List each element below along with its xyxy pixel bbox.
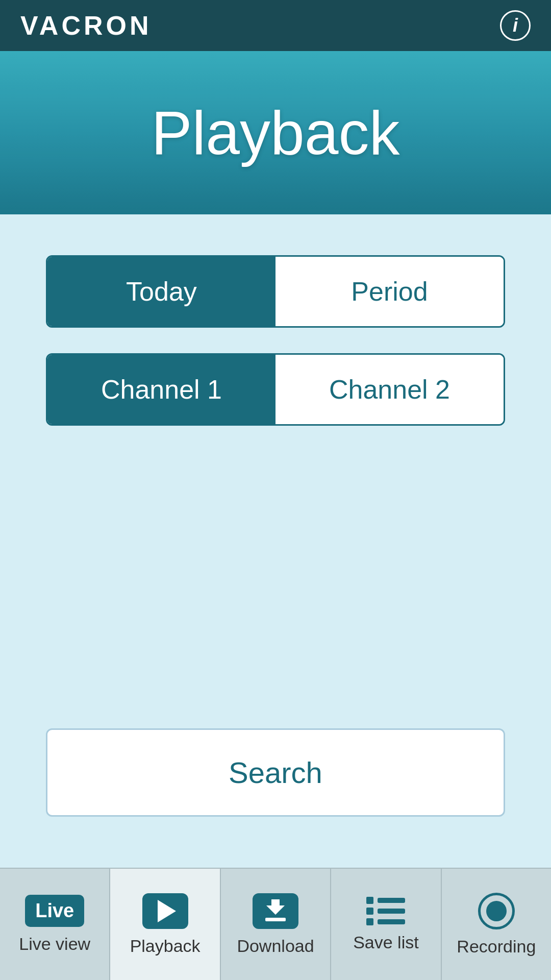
play-icon [142, 893, 188, 929]
search-button[interactable]: Search [46, 728, 505, 817]
channel2-button[interactable]: Channel 2 [276, 355, 504, 424]
time-toggle-group: Today Period [46, 255, 505, 328]
nav-item-live[interactable]: Live Live view [0, 869, 110, 980]
svg-rect-0 [265, 918, 286, 921]
bottom-nav: Live Live view Playback Download [0, 868, 551, 980]
channel-toggle-group: Channel 1 Channel 2 [46, 353, 505, 426]
header-banner: Playback [0, 51, 551, 214]
nav-label-savelist: Save list [353, 933, 419, 952]
record-icon [478, 893, 515, 929]
page-title: Playback [152, 97, 400, 168]
live-icon: Live [25, 895, 84, 927]
app-logo: VACRON [20, 10, 152, 41]
nav-item-savelist[interactable]: Save list [331, 869, 441, 980]
channel1-button[interactable]: Channel 1 [47, 355, 276, 424]
nav-label-live: Live view [19, 934, 90, 954]
download-icon [253, 893, 298, 929]
top-bar: VACRON i [0, 0, 551, 51]
today-button[interactable]: Today [47, 257, 276, 326]
list-icon [366, 897, 405, 925]
nav-item-recording[interactable]: Recording [442, 869, 551, 980]
nav-item-download[interactable]: Download [221, 869, 331, 980]
nav-label-playback: Playback [130, 936, 201, 956]
nav-item-playback[interactable]: Playback [110, 869, 220, 980]
main-content: Today Period Channel 1 Channel 2 Search [0, 214, 551, 868]
svg-marker-1 [266, 899, 285, 915]
period-button[interactable]: Period [276, 257, 504, 326]
info-icon[interactable]: i [500, 10, 531, 41]
nav-label-recording: Recording [457, 937, 536, 957]
nav-label-download: Download [237, 936, 314, 956]
